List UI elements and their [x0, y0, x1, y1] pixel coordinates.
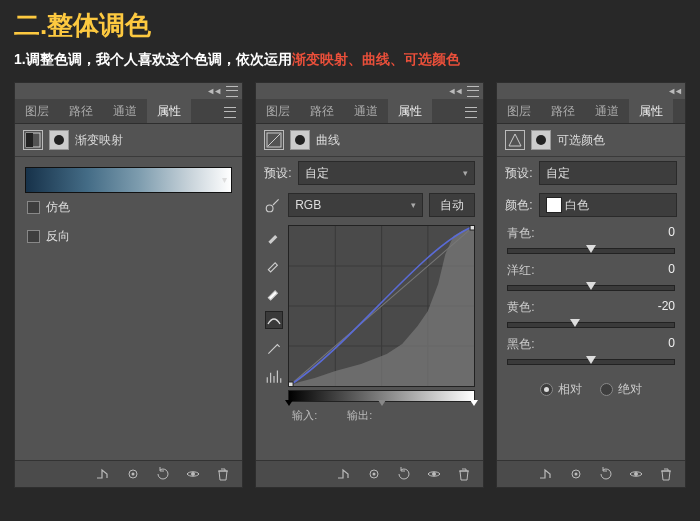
- trash-icon[interactable]: [214, 465, 232, 483]
- mask-icon[interactable]: [290, 130, 310, 150]
- trash-icon[interactable]: [455, 465, 473, 483]
- slider-track[interactable]: [507, 285, 675, 291]
- slider-value[interactable]: 0: [668, 262, 675, 279]
- tab-menu-icon[interactable]: [224, 107, 236, 118]
- panel-tabs: 图层 路径 通道 属性: [15, 99, 242, 124]
- slider-label: 黑色:: [507, 336, 534, 353]
- svg-point-17: [373, 473, 376, 476]
- subtitle-term-gradmap: 渐变映射: [292, 51, 348, 67]
- visibility-icon[interactable]: [184, 465, 202, 483]
- preset-label: 预设:: [264, 165, 291, 182]
- black-eyedropper-icon[interactable]: [265, 227, 283, 245]
- collapse-icon[interactable]: ◄◄: [448, 87, 462, 96]
- view-previous-icon[interactable]: [567, 465, 585, 483]
- visibility-icon[interactable]: [425, 465, 443, 483]
- visibility-icon[interactable]: [627, 465, 645, 483]
- tab-layers[interactable]: 图层: [256, 99, 300, 123]
- tab-channels[interactable]: 通道: [103, 99, 147, 123]
- relative-radio[interactable]: 相对: [540, 381, 582, 398]
- dither-label: 仿色: [46, 199, 70, 216]
- mid-point-slider[interactable]: [378, 400, 386, 406]
- tab-layers[interactable]: 图层: [15, 99, 59, 123]
- curve-point-tool[interactable]: [265, 311, 283, 329]
- panel-gradient-map: ◄◄ 图层 路径 通道 属性 渐变映射 ▾ 仿色: [14, 82, 243, 488]
- slider-label: 青色:: [507, 225, 534, 242]
- panel-footer: [497, 460, 685, 487]
- slider-value[interactable]: -20: [658, 299, 675, 316]
- slider-value[interactable]: 0: [668, 225, 675, 242]
- svg-point-21: [634, 472, 638, 476]
- slider-track[interactable]: [507, 359, 675, 365]
- panel-footer: [15, 460, 242, 487]
- slider-value[interactable]: 0: [668, 336, 675, 353]
- panel-curves: ◄◄ 图层 路径 通道 属性 曲线 预设: 自定▾: [255, 82, 484, 488]
- tab-properties[interactable]: 属性: [147, 99, 191, 123]
- auto-button[interactable]: 自动: [429, 193, 475, 217]
- tab-paths[interactable]: 路径: [300, 99, 344, 123]
- tab-channels[interactable]: 通道: [585, 99, 629, 123]
- absolute-radio[interactable]: 绝对: [600, 381, 642, 398]
- dither-checkbox[interactable]: [27, 201, 40, 214]
- tab-paths[interactable]: 路径: [59, 99, 103, 123]
- reverse-checkbox[interactable]: [27, 230, 40, 243]
- histogram-icon[interactable]: [265, 367, 283, 385]
- slider-thumb[interactable]: [570, 319, 580, 327]
- tab-layers[interactable]: 图层: [497, 99, 541, 123]
- slider-thumb[interactable]: [586, 282, 596, 290]
- dither-checkbox-row[interactable]: 仿色: [15, 193, 242, 222]
- subtitle-prefix: 1.调整色调，我个人喜欢这个色调，依次运用: [14, 51, 292, 67]
- svg-point-20: [575, 473, 578, 476]
- gray-eyedropper-icon[interactable]: [265, 255, 283, 273]
- preset-select[interactable]: 自定▾: [298, 161, 476, 185]
- black-point-slider[interactable]: [285, 400, 293, 406]
- reset-icon[interactable]: [597, 465, 615, 483]
- curve-draw-tool[interactable]: [265, 339, 283, 357]
- slider-track[interactable]: [507, 248, 675, 254]
- tab-properties[interactable]: 属性: [629, 99, 673, 123]
- panel-menu-icon[interactable]: [226, 86, 238, 97]
- tab-properties[interactable]: 属性: [388, 99, 432, 123]
- reverse-checkbox-row[interactable]: 反向: [15, 222, 242, 251]
- white-eyedropper-icon[interactable]: [265, 283, 283, 301]
- reset-icon[interactable]: [154, 465, 172, 483]
- slider-thumb[interactable]: [586, 245, 596, 253]
- slider-track[interactable]: [507, 322, 675, 328]
- tab-paths[interactable]: 路径: [541, 99, 585, 123]
- slider-thumb[interactable]: [586, 356, 596, 364]
- mask-icon[interactable]: [49, 130, 69, 150]
- mask-icon[interactable]: [531, 130, 551, 150]
- color-select[interactable]: 白色: [539, 193, 677, 217]
- clip-icon[interactable]: [537, 465, 555, 483]
- tab-channels[interactable]: 通道: [344, 99, 388, 123]
- slider-row: 青色:0: [497, 221, 685, 258]
- color-swatch: [546, 197, 562, 213]
- targeted-adjust-icon[interactable]: [264, 196, 282, 214]
- channel-select[interactable]: RGB▾: [288, 193, 423, 217]
- clip-icon[interactable]: [94, 465, 112, 483]
- preset-select[interactable]: 自定: [539, 161, 677, 185]
- subtitle: 1.调整色调，我个人喜欢这个色调，依次运用渐变映射、曲线、可选颜色: [14, 49, 686, 70]
- trash-icon[interactable]: [657, 465, 675, 483]
- slider-row: 洋红:0: [497, 258, 685, 295]
- panel-footer: [256, 460, 483, 487]
- clip-icon[interactable]: [335, 465, 353, 483]
- view-previous-icon[interactable]: [365, 465, 383, 483]
- adjustment-title: 渐变映射: [75, 132, 123, 149]
- curves-graph[interactable]: [288, 225, 475, 387]
- panel-menu-icon[interactable]: [467, 86, 479, 97]
- adjustment-title: 可选颜色: [557, 132, 605, 149]
- page-title: 二.整体调色: [14, 8, 686, 43]
- collapse-icon[interactable]: ◄◄: [206, 87, 220, 96]
- subtitle-term-curves: 曲线: [362, 51, 390, 67]
- collapse-icon[interactable]: ◄◄: [667, 87, 681, 96]
- white-point-slider[interactable]: [470, 400, 478, 406]
- reset-icon[interactable]: [395, 465, 413, 483]
- svg-rect-15: [470, 226, 474, 230]
- input-gradient[interactable]: [288, 390, 475, 402]
- slider-label: 黄色:: [507, 299, 534, 316]
- tab-menu-icon[interactable]: [465, 107, 477, 118]
- reverse-label: 反向: [46, 228, 70, 245]
- gradient-picker[interactable]: ▾: [25, 167, 232, 193]
- view-previous-icon[interactable]: [124, 465, 142, 483]
- panel-tabs: 图层 路径 通道 属性: [256, 99, 483, 124]
